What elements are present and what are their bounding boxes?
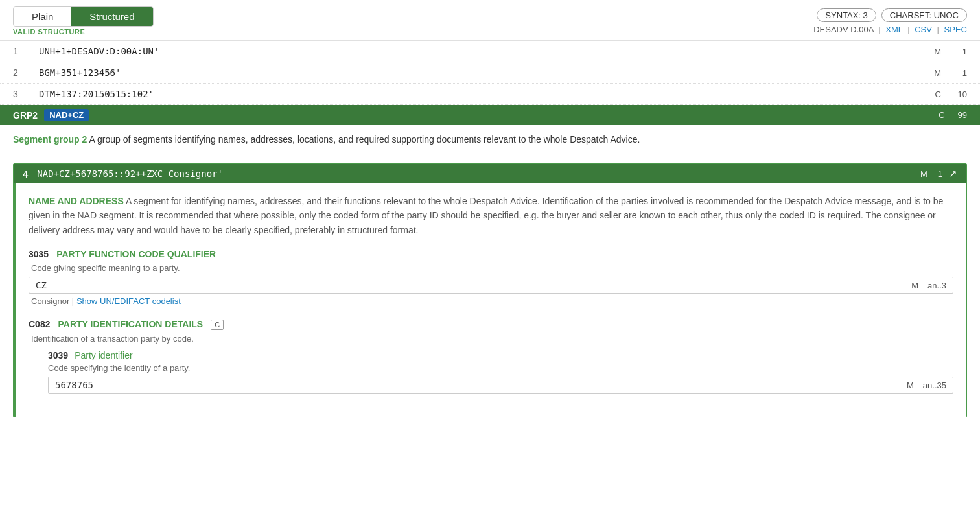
seg-n-2: 1 (941, 68, 967, 78)
sub-3039-m: M (907, 381, 914, 390)
tab-structured[interactable]: Structured (71, 7, 152, 26)
grp-description: Segment group 2 A group of segments iden… (0, 125, 980, 154)
seg-code-2: BGM+351+123456' (39, 67, 915, 78)
xml-link[interactable]: XML (885, 25, 902, 34)
grp2-n: 99 (958, 110, 967, 120)
elem-3035-desc: Code giving specific meaning to a party. (29, 263, 953, 273)
seg4-n: 1 (938, 169, 942, 179)
elem-c082: C082 PARTY IDENTIFICATION DETAILS C Iden… (29, 319, 953, 394)
syntax-badge: SYNTAX: 3 (817, 8, 876, 22)
elem-3035-header: 3035 PARTY FUNCTION CODE QUALIFIER (29, 249, 953, 259)
charset-badge: CHARSET: UNOC (881, 8, 967, 22)
sub-3039-value: 5678765 (55, 380, 907, 390)
tab-group: Plain Structured (13, 6, 154, 27)
elem-3035-m: M (911, 281, 918, 290)
seg4-body: NAME AND ADDRESS A segment for identifyi… (14, 183, 966, 417)
sub-3039-desc: Code specifying the identity of a party. (48, 363, 953, 373)
elem-3035-name: PARTY FUNCTION CODE QUALIFIER (56, 249, 216, 259)
seg-m-2: M (915, 68, 941, 78)
grp2-row: GRP2 NAD+CZ C 99 (0, 105, 980, 125)
spec-link[interactable]: SPEC (944, 25, 967, 34)
nad-label: NAME AND ADDRESS (29, 196, 124, 206)
seg4-header: 4 NAD+CZ+5678765::92++ZXC Consignor' M 1… (14, 164, 966, 183)
elem-c082-name: PARTY IDENTIFICATION DETAILS (58, 319, 203, 329)
seg-num-3: 3 (13, 89, 39, 99)
nad-description: NAME AND ADDRESS A segment for identifyi… (29, 194, 953, 237)
seg-code-3: DTM+137:20150515:102' (39, 89, 915, 99)
seg-n-3: 10 (941, 89, 967, 99)
seg4-detail: 4 NAD+CZ+5678765::92++ZXC Consignor' M 1… (13, 163, 967, 417)
grp2-label: GRP2 (13, 110, 38, 121)
table-row: 1 UNH+1+DESADV:D:00A:UN' M 1 (0, 41, 980, 62)
external-link-icon[interactable]: ↗ (949, 168, 957, 180)
sub-3039-type: an..35 (923, 381, 946, 390)
table-row: 3 DTM+137:20150515:102' C 10 (0, 84, 980, 105)
grp2-c: C (939, 110, 944, 120)
seg-n-1: 1 (941, 47, 967, 56)
seg4-code: NAD+CZ+5678765::92++ZXC Consignor' (37, 169, 920, 179)
top-bar: Plain Structured VALID STRUCTURE SYNTAX:… (0, 0, 980, 40)
elem-3035: 3035 PARTY FUNCTION CODE QUALIFIER Code … (29, 249, 953, 306)
elem-3035-value: CZ (36, 280, 911, 290)
seg-num-1: 1 (13, 46, 39, 56)
elem-c082-id: C082 (29, 319, 50, 329)
badges-row: SYNTAX: 3 CHARSET: UNOC (817, 8, 967, 22)
seg-num-2: 2 (13, 67, 39, 78)
sub-3039-id: 3039 (48, 350, 68, 360)
links-row: DESADV D.00A | XML | CSV | SPEC (813, 25, 967, 34)
seg4-container: 4 NAD+CZ+5678765::92++ZXC Consignor' M 1… (0, 154, 980, 437)
sub-elem-3039: 3039 Party identifier Code specifying th… (48, 350, 953, 394)
valid-structure-label: VALID STRUCTURE (13, 28, 85, 36)
top-right: SYNTAX: 3 CHARSET: UNOC DESADV D.00A | X… (813, 8, 967, 34)
sub-3039-header: 3039 Party identifier (48, 350, 953, 360)
seg-code-1: UNH+1+DESADV:D:00A:UN' (39, 46, 915, 56)
segment-list: 1 UNH+1+DESADV:D:00A:UN' M 1 2 BGM+351+1… (0, 40, 980, 105)
codelist-text: Consignor | (31, 296, 74, 306)
table-row: 2 BGM+351+123456' M 1 (0, 62, 980, 84)
grp-desc-label: Segment group 2 (13, 134, 87, 145)
seg4-m: M (920, 169, 928, 179)
elem-c082-badge: C (211, 320, 224, 330)
elem-3035-id: 3035 (29, 249, 49, 259)
elem-c082-desc: Identification of a transaction party by… (29, 334, 953, 344)
elem-3035-type: an..3 (928, 281, 946, 290)
desadv-label: DESADV D.00A (813, 25, 874, 34)
sub-3039-name: Party identifier (75, 350, 132, 360)
elem-3035-value-row: CZ M an..3 (29, 277, 953, 294)
seg-m-3: C (915, 89, 941, 99)
nad-desc-text2: A segment for identifying names, address… (29, 196, 943, 235)
show-codelist-link[interactable]: Show UN/EDIFACT codelist (76, 296, 181, 306)
elem-c082-header: C082 PARTY IDENTIFICATION DETAILS C (29, 319, 953, 330)
tab-plain[interactable]: Plain (14, 7, 71, 26)
grp-desc-text: A group of segments identifying names, a… (89, 134, 640, 145)
csv-link[interactable]: CSV (915, 25, 932, 34)
seg4-num: 4 (23, 169, 28, 180)
elem-3035-codelist: Consignor | Show UN/EDIFACT codelist (29, 296, 953, 306)
seg-m-1: M (915, 47, 941, 56)
sub-3039-value-row: 5678765 M an..35 (48, 377, 953, 394)
grp2-badge[interactable]: NAD+CZ (44, 109, 89, 121)
